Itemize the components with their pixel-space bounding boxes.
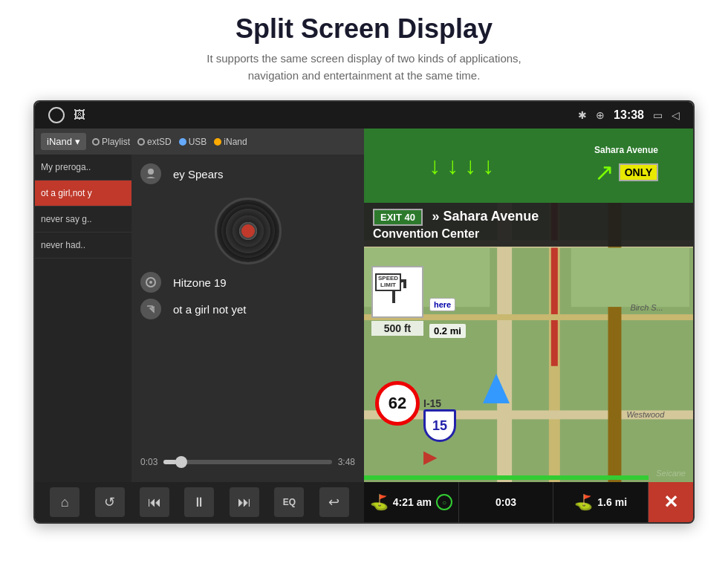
route-arrow-icon: ▶ <box>423 446 437 467</box>
vinyl-area <box>140 198 355 264</box>
playlist-radio <box>92 138 100 146</box>
progress-line <box>364 475 649 480</box>
main-content: iNand ▾ Playlist extSD USB <box>35 129 693 522</box>
location-icon: ⊕ <box>596 109 605 121</box>
vinyl-disc <box>215 198 282 264</box>
source-options: Playlist extSD USB iNand <box>92 137 247 147</box>
close-icon: ✕ <box>663 492 678 513</box>
home-button[interactable]: ⌂ <box>50 487 79 517</box>
route-shield: 15 <box>423 409 456 442</box>
eta-item: ⛳ 4:21 am ○ <box>364 482 459 522</box>
usb-option[interactable]: USB <box>179 137 207 147</box>
clock-icon: ○ <box>436 494 452 510</box>
artist-row: ey Spears <box>140 163 355 184</box>
exit-destination-line1: » Sahara Avenue <box>432 209 539 224</box>
time-total: 3:48 <box>338 457 355 467</box>
close-nav-button[interactable]: ✕ <box>649 482 693 522</box>
playlist-option[interactable]: Playlist <box>92 137 130 147</box>
distance-500ft: 500 ft <box>371 321 423 336</box>
status-left: 🖼 <box>48 107 85 123</box>
arrow-down-icon-3: ↓ <box>465 152 477 180</box>
time-current: 0:03 <box>140 457 157 467</box>
speed-number: 62 <box>389 394 406 413</box>
list-item[interactable]: never say g.. <box>35 207 131 233</box>
remaining-item: ⛳ 1.6 mi <box>553 482 649 522</box>
return-button[interactable]: ↩ <box>319 487 349 517</box>
album-row: Hitzone 19 <box>140 272 355 293</box>
source-dropdown[interactable]: iNand ▾ <box>41 133 86 150</box>
inand-option[interactable]: iNand <box>214 137 247 147</box>
status-right: ✱ ⊕ 13:38 ▭ ◁ <box>578 108 680 122</box>
music-panel: iNand ▾ Playlist extSD USB <box>35 129 364 522</box>
limit-sign: SPEEDLIMIT <box>375 273 401 291</box>
svg-point-2 <box>149 281 152 284</box>
nav-panel: Birch S... Westwood ↓ ↓ ↓ ↓ Sahara Avenu… <box>364 129 693 522</box>
progress-track[interactable] <box>163 460 331 464</box>
bluetooth-icon: ✱ <box>578 109 587 121</box>
svg-point-0 <box>148 169 154 175</box>
vinyl-center <box>240 223 256 239</box>
page-title: Split Screen Display <box>0 13 728 45</box>
track-name: ot a girl not yet <box>173 303 246 316</box>
eta-time: 4:21 am <box>393 496 432 508</box>
remaining-distance: 1.6 mi <box>597 496 627 508</box>
highway-sign-area: I-15 15 <box>423 397 456 442</box>
map-area: Birch S... Westwood ↓ ↓ ↓ ↓ Sahara Avenu… <box>364 129 693 522</box>
checkered-flag-icon-2: ⛳ <box>574 493 593 511</box>
playlist-sidebar: My preroga.. ot a girl,not y never say g… <box>35 155 131 482</box>
device-frame: 🖼 ✱ ⊕ 13:38 ▭ ◁ iNand ▾ Playlist <box>33 100 695 524</box>
progress-bar-container: 0:03 3:48 <box>140 457 355 467</box>
highway-label: I-15 <box>423 397 456 409</box>
list-item[interactable]: never had.. <box>35 233 131 259</box>
here-logo: here <box>429 298 455 311</box>
watermark: Seicane <box>656 469 686 478</box>
checkered-flag-icon-1: ⛳ <box>370 493 389 511</box>
only-badge: ONLY <box>619 163 659 181</box>
next-button[interactable]: ⏭ <box>230 487 259 517</box>
inand-radio <box>214 138 221 146</box>
nav-sign-top: ↓ ↓ ↓ ↓ Sahara Avenue ↗ ONLY <box>364 129 693 203</box>
extsd-radio <box>137 138 145 146</box>
elapsed-time: 0:03 <box>495 496 516 508</box>
image-icon: 🖼 <box>74 108 85 122</box>
exit-badge: EXIT 40 <box>373 209 423 226</box>
svg-rect-12 <box>571 247 689 307</box>
now-playing: ey Spears <box>131 155 364 482</box>
only-sign: Sahara Avenue ↗ ONLY <box>559 129 693 203</box>
status-time: 13:38 <box>614 108 644 122</box>
status-bar: 🖼 ✱ ⊕ 13:38 ▭ ◁ <box>35 102 693 129</box>
chevron-down-icon: ▾ <box>75 136 80 147</box>
street-name-sign: Sahara Avenue <box>594 145 658 155</box>
source-bar: iNand ▾ Playlist extSD USB <box>35 129 364 155</box>
album-icon <box>140 272 161 293</box>
svg-text:Birch S...: Birch S... <box>630 303 663 312</box>
exit-sign: EXIT 40 » Sahara Avenue Convention Cente… <box>364 203 693 247</box>
music-body: My preroga.. ot a girl,not y never say g… <box>35 155 364 482</box>
prev-button[interactable]: ⏮ <box>140 487 169 517</box>
list-item[interactable]: ot a girl,not y <box>35 181 131 207</box>
album-name: Hitzone 19 <box>173 276 227 289</box>
direction-signs: ↓ ↓ ↓ ↓ <box>364 129 559 203</box>
battery-icon: ▭ <box>653 109 663 121</box>
arrow-down-icon-4: ↓ <box>483 152 495 180</box>
artist-name: ey Spears <box>173 168 224 181</box>
eq-button[interactable]: EQ <box>274 487 304 517</box>
distance-label: 0.2 mi <box>429 324 466 338</box>
back-icon: ◁ <box>672 109 680 121</box>
arrow-down-icon-2: ↓ <box>447 152 459 180</box>
right-arrow-icon: ↗ <box>594 158 614 186</box>
controls-bar: ⌂ ↺ ⏮ ⏸ ⏭ EQ ↩ <box>35 482 364 522</box>
home-circle-icon <box>48 107 65 123</box>
exit-destination-line2: Convention Center <box>373 227 684 241</box>
arrow-down-icon-1: ↓ <box>429 152 441 180</box>
list-item[interactable]: My preroga.. <box>35 155 131 181</box>
extsd-option[interactable]: extSD <box>137 137 172 147</box>
nav-bottom-bar: ⛳ 4:21 am ○ 0:03 ⛳ 1.6 mi ✕ <box>364 482 693 522</box>
play-pause-button[interactable]: ⏸ <box>184 487 214 517</box>
track-row: ot a girl not yet <box>140 299 355 319</box>
page-subtitle: It supports the same screen display of t… <box>0 51 728 84</box>
page-header: Split Screen Display It supports the sam… <box>0 0 728 91</box>
repeat-button[interactable]: ↺ <box>95 487 125 517</box>
progress-thumb <box>175 456 187 468</box>
track-icon <box>140 299 161 319</box>
